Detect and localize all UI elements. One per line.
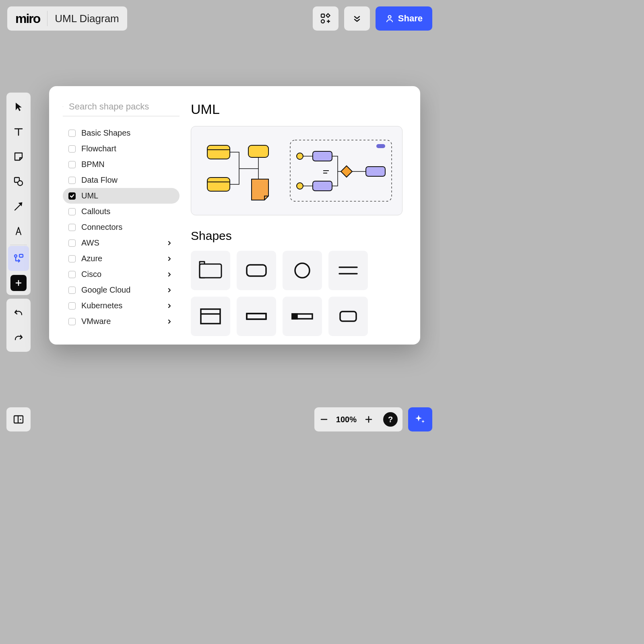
- board-title[interactable]: UML Diagram: [55, 12, 119, 25]
- shape-uml-slot[interactable]: [237, 297, 276, 336]
- chevron-right-icon: [167, 287, 172, 293]
- pack-label: Connectors: [81, 223, 122, 232]
- pack-label: VMware: [81, 317, 111, 326]
- pack-item[interactable]: AWS: [63, 235, 180, 251]
- svg-rect-13: [248, 145, 268, 157]
- pack-item[interactable]: Basic Shapes: [63, 125, 180, 141]
- checkbox[interactable]: [68, 177, 76, 184]
- miro-logo: miro: [15, 11, 40, 26]
- shape-grid: [191, 251, 402, 336]
- shape-packs-dialog: Basic ShapesFlowchartBPMNData FlowUMLCal…: [49, 86, 420, 345]
- pack-label: Basic Shapes: [81, 128, 130, 138]
- checkbox[interactable]: [68, 271, 76, 278]
- svg-rect-21: [313, 181, 332, 191]
- checkbox[interactable]: [68, 239, 76, 247]
- chevron-right-icon: [167, 272, 172, 277]
- share-button[interactable]: Share: [376, 6, 432, 31]
- dialog-content: UML: [191, 101, 402, 328]
- chevron-right-icon: [167, 303, 172, 309]
- pen-icon: [13, 226, 24, 237]
- pack-item[interactable]: Callouts: [63, 204, 180, 219]
- redo-button[interactable]: [8, 325, 29, 350]
- tool-add[interactable]: [10, 275, 27, 291]
- checkbox[interactable]: [68, 208, 76, 215]
- checkbox[interactable]: [68, 145, 76, 153]
- pack-item[interactable]: Cisco: [63, 266, 180, 282]
- collapse-button[interactable]: [344, 6, 370, 31]
- pack-label: BPMN: [81, 160, 105, 169]
- pack-label: Data Flow: [81, 175, 118, 185]
- svg-point-2: [388, 16, 391, 19]
- svg-point-4: [18, 181, 23, 186]
- tool-select[interactable]: [8, 94, 29, 119]
- svg-point-9: [20, 419, 21, 420]
- tool-diagram[interactable]: [8, 246, 29, 271]
- pack-item[interactable]: UML: [63, 188, 180, 204]
- checkbox[interactable]: [68, 224, 76, 231]
- svg-point-18: [297, 153, 303, 159]
- shape-uml-two-lines[interactable]: [328, 251, 368, 290]
- pack-item[interactable]: VMware: [63, 314, 180, 329]
- svg-point-19: [297, 183, 303, 189]
- search-input[interactable]: [69, 101, 180, 112]
- topright-controls: Share: [313, 6, 432, 31]
- zoom-level[interactable]: 100%: [336, 415, 357, 424]
- panel-toggle-button[interactable]: [6, 407, 31, 431]
- pack-item[interactable]: Google Cloud: [63, 282, 180, 298]
- svg-rect-11: [207, 145, 230, 159]
- checkbox[interactable]: [68, 287, 76, 294]
- checkbox[interactable]: [68, 255, 76, 262]
- question-mark-icon: ?: [388, 415, 393, 424]
- pack-item[interactable]: Kubernetes: [63, 298, 180, 314]
- svg-rect-31: [201, 309, 220, 324]
- tool-shapes[interactable]: [8, 169, 29, 194]
- shape-uml-circle[interactable]: [283, 251, 322, 290]
- chevron-right-icon: [167, 240, 172, 246]
- chevron-right-icon: [167, 319, 172, 324]
- zoom-group: 100% ?: [314, 407, 402, 431]
- chevron-double-down-icon: [353, 14, 361, 23]
- undo-icon: [13, 308, 24, 317]
- shape-uml-slot-filled[interactable]: [283, 297, 322, 336]
- tool-text[interactable]: [8, 119, 29, 144]
- pack-item[interactable]: Azure: [63, 251, 180, 266]
- shape-uml-rounded-rect[interactable]: [237, 251, 276, 290]
- svg-rect-26: [200, 264, 221, 278]
- ai-assist-button[interactable]: [408, 407, 432, 431]
- search-icon: [63, 102, 63, 111]
- pack-item[interactable]: Data Flow: [63, 172, 180, 188]
- tool-arrow[interactable]: [8, 194, 29, 219]
- zoom-in-icon[interactable]: [364, 415, 374, 424]
- svg-rect-22: [366, 167, 385, 176]
- checkbox[interactable]: [68, 302, 76, 310]
- help-button[interactable]: ?: [383, 412, 398, 427]
- shape-uml-header-rect[interactable]: [191, 297, 230, 336]
- pack-preview: [191, 126, 402, 215]
- pack-label: Cisco: [81, 270, 101, 279]
- tool-sticky[interactable]: [8, 144, 29, 169]
- pack-item[interactable]: Connectors: [63, 219, 180, 235]
- shape-uml-small-rounded[interactable]: [328, 297, 368, 336]
- checkbox[interactable]: [68, 161, 76, 168]
- undo-button[interactable]: [8, 300, 29, 325]
- plus-icon: [14, 279, 23, 287]
- share-label: Share: [398, 13, 423, 24]
- shape-uml-class[interactable]: [191, 251, 230, 290]
- svg-rect-35: [340, 312, 356, 321]
- pack-item[interactable]: BPMN: [63, 157, 180, 172]
- board-header[interactable]: miro UML Diagram: [7, 6, 127, 31]
- checkbox[interactable]: [68, 130, 76, 137]
- apps-button[interactable]: [313, 6, 339, 31]
- sparkle-icon: [414, 413, 426, 425]
- pack-label: Kubernetes: [81, 301, 122, 310]
- tool-pen[interactable]: [8, 219, 29, 244]
- checkbox[interactable]: [68, 318, 76, 325]
- apps-icon: [320, 13, 331, 24]
- pack-item[interactable]: Flowchart: [63, 141, 180, 157]
- svg-rect-6: [19, 254, 23, 257]
- svg-rect-14: [207, 178, 230, 191]
- dialog-sidebar: Basic ShapesFlowchartBPMNData FlowUMLCal…: [63, 101, 180, 328]
- checkbox[interactable]: [68, 192, 76, 200]
- sticky-note-icon: [13, 151, 24, 162]
- zoom-out-icon[interactable]: [319, 415, 329, 424]
